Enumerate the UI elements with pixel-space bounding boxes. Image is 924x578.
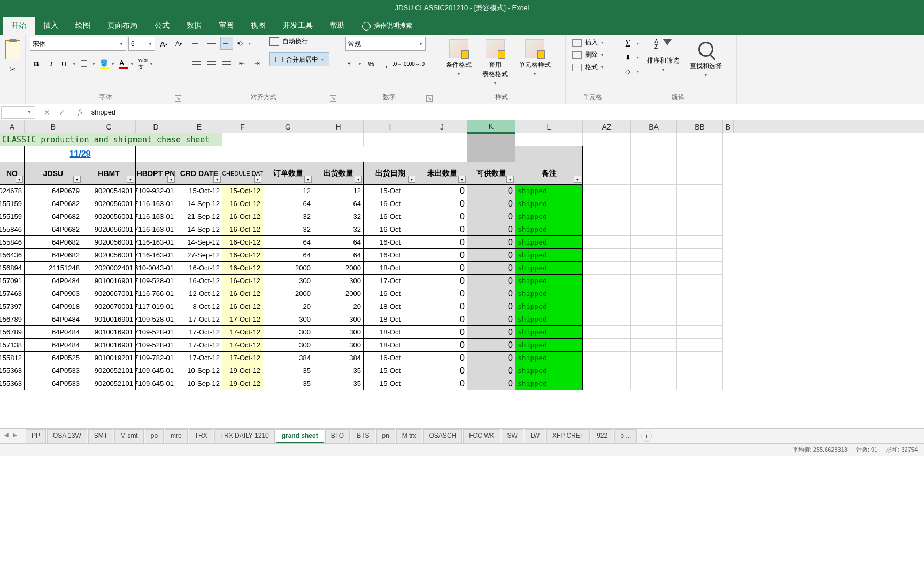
filter-button[interactable]: ▼: [574, 176, 581, 183]
data-cell[interactable]: 9020056001: [82, 197, 136, 210]
sheet-tab[interactable]: mrp: [165, 429, 188, 443]
data-cell[interactable]: shipped: [515, 249, 583, 262]
data-cell[interactable]: 64: [313, 236, 364, 249]
number-format-select[interactable]: 常规▼: [345, 37, 426, 51]
fx-icon[interactable]: fx: [74, 108, 87, 116]
data-cell[interactable]: 9010016901: [82, 275, 136, 287]
data-cell[interactable]: shipped: [515, 287, 583, 300]
data-cell[interactable]: 18-Oct: [364, 300, 417, 313]
data-cell[interactable]: 0: [417, 364, 467, 377]
data-cell[interactable]: 15-Oct: [364, 185, 417, 197]
data-cell[interactable]: 0: [467, 223, 515, 236]
data-cell[interactable]: shipped: [515, 275, 583, 287]
data-cell[interactable]: shipped: [515, 197, 583, 210]
sheet-tab[interactable]: M trx: [396, 429, 422, 443]
data-cell[interactable]: 0: [417, 300, 467, 313]
data-cell[interactable]: 64P0918: [25, 300, 82, 313]
sheet-tab[interactable]: PP: [26, 429, 46, 443]
data-cell[interactable]: 0: [417, 210, 467, 223]
autosum-button[interactable]: Σ▾: [623, 37, 641, 50]
data-cell[interactable]: 19-Oct-12: [222, 364, 263, 377]
data-cell[interactable]: 64P0484: [25, 339, 82, 352]
col-header-D[interactable]: D: [136, 120, 176, 133]
data-cell[interactable]: 610-0043-01: [136, 262, 176, 275]
data-cell[interactable]: 10-Sep-12: [176, 364, 222, 377]
data-cell[interactable]: 0: [467, 236, 515, 249]
border-button[interactable]: ▾: [79, 57, 96, 70]
data-cell[interactable]: 300: [313, 313, 364, 326]
sheet-tab[interactable]: pn: [376, 429, 395, 443]
data-cell[interactable]: 7109-645-01: [136, 377, 176, 390]
sheet-tab[interactable]: BTO: [325, 429, 350, 443]
sheet-tab[interactable]: OSASCH: [424, 429, 463, 443]
col-header-B[interactable]: B: [25, 120, 82, 133]
header-c[interactable]: HBMT▼: [82, 162, 136, 185]
title-cell[interactable]: CLASSIC production and shipment chase sh…: [0, 133, 222, 146]
paste-icon[interactable]: [5, 40, 20, 59]
data-cell[interactable]: 16-Oct: [364, 223, 417, 236]
data-cell[interactable]: 8-Oct-12: [176, 300, 222, 313]
filter-button[interactable]: ▼: [213, 176, 221, 183]
col-header-G[interactable]: G: [263, 120, 313, 133]
tab-formulas[interactable]: 公式: [146, 17, 178, 35]
align-bottom-button[interactable]: [220, 37, 233, 50]
underline-button[interactable]: U▾: [60, 57, 77, 70]
sheet-tab[interactable]: BTS: [351, 429, 375, 443]
data-cell[interactable]: 384: [263, 352, 313, 364]
data-cell[interactable]: 0: [417, 377, 467, 390]
data-cell[interactable]: 0: [417, 287, 467, 300]
data-cell[interactable]: 155363: [0, 364, 25, 377]
data-cell[interactable]: shipped: [515, 313, 583, 326]
data-cell[interactable]: 16-Oct: [364, 287, 417, 300]
header-k[interactable]: 可供数量▼: [467, 162, 515, 185]
data-cell[interactable]: 0: [467, 352, 515, 364]
tab-home[interactable]: 开始: [3, 17, 35, 35]
data-cell[interactable]: 12-Oct-12: [176, 287, 222, 300]
decrease-font-icon[interactable]: A▾: [172, 37, 185, 50]
data-cell[interactable]: 7109-528-01: [136, 313, 176, 326]
phonetic-button[interactable]: wén文▾: [137, 57, 154, 70]
data-cell[interactable]: 0: [467, 339, 515, 352]
tell-me[interactable]: 操作说明搜索: [353, 17, 421, 35]
data-cell[interactable]: 300: [313, 339, 364, 352]
data-cell[interactable]: 15-Oct: [364, 377, 417, 390]
data-cell[interactable]: 0: [417, 197, 467, 210]
data-cell[interactable]: shipped: [515, 236, 583, 249]
data-cell[interactable]: 32: [263, 210, 313, 223]
data-cell[interactable]: 16-Oct-12: [222, 223, 263, 236]
data-cell[interactable]: 155846: [0, 236, 25, 249]
data-cell[interactable]: shipped: [515, 262, 583, 275]
data-cell[interactable]: 0: [417, 236, 467, 249]
data-cell[interactable]: 12: [263, 185, 313, 197]
data-cell[interactable]: 9020067001: [82, 287, 136, 300]
data-cell[interactable]: shipped: [515, 223, 583, 236]
data-cell[interactable]: 15-Oct: [364, 364, 417, 377]
sheet-tab[interactable]: TRX: [189, 429, 213, 443]
data-cell[interactable]: 17-Oct-12: [176, 339, 222, 352]
data-cell[interactable]: 27-Sep-12: [176, 249, 222, 262]
data-cell[interactable]: 7117-019-01: [136, 300, 176, 313]
number-launcher[interactable]: ↘: [426, 95, 433, 102]
formula-input[interactable]: shipped: [87, 108, 924, 116]
data-cell[interactable]: 16-Oct: [364, 210, 417, 223]
cancel-formula-button[interactable]: ✕: [42, 108, 52, 117]
data-cell[interactable]: 10-Sep-12: [176, 377, 222, 390]
data-cell[interactable]: 9020070001: [82, 300, 136, 313]
data-cell[interactable]: 17-Oct-12: [222, 352, 263, 364]
data-cell[interactable]: 155159: [0, 210, 25, 223]
filter-button[interactable]: ▼: [16, 176, 23, 183]
data-cell[interactable]: 0: [417, 223, 467, 236]
tab-nav-next[interactable]: ▶: [13, 432, 20, 440]
data-cell[interactable]: 7116-163-01: [136, 236, 176, 249]
tab-review[interactable]: 审阅: [210, 17, 242, 35]
tab-help[interactable]: 帮助: [321, 17, 353, 35]
data-cell[interactable]: 9010016901: [82, 326, 136, 339]
data-cell[interactable]: 14-Sep-12: [176, 197, 222, 210]
data-cell[interactable]: shipped: [515, 339, 583, 352]
data-cell[interactable]: 14-Sep-12: [176, 223, 222, 236]
align-left-button[interactable]: [190, 56, 203, 69]
data-cell[interactable]: 17-Oct-12: [222, 339, 263, 352]
align-top-button[interactable]: [190, 37, 203, 50]
data-cell[interactable]: 384: [313, 352, 364, 364]
tab-developer[interactable]: 开发工具: [274, 17, 321, 35]
